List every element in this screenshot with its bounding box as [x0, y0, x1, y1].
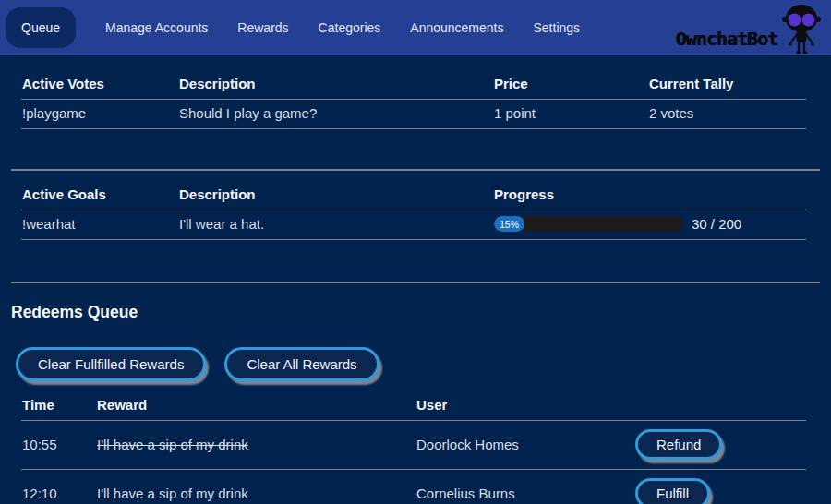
section-divider [11, 169, 820, 171]
votes-header-price: Price [493, 71, 648, 100]
redeems-header-time: Time [21, 392, 96, 421]
redeem-reward-cell: I'll have a sip of my drink [96, 470, 416, 504]
redeems-header-user: User [416, 392, 634, 421]
active-goals-table: Active Goals Description Progress !wearh… [21, 182, 806, 240]
clear-all-rewards-button[interactable]: Clear All Rewards [224, 347, 379, 381]
redeems-header-actions [634, 392, 806, 421]
active-votes-table: Active Votes Description Price Current T… [21, 71, 806, 129]
redeem-time-cell: 12:10 [21, 470, 96, 504]
refund-button[interactable]: Refund [635, 429, 722, 460]
redeem-user-cell: Cornelius Burns [416, 470, 634, 504]
redeems-queue-table: Time Reward User 10:55 I'll have a sip o… [21, 392, 806, 504]
top-navbar: Queue Manage Accounts Rewards Categories… [0, 0, 831, 55]
tab-announcements[interactable]: Announcements [410, 8, 503, 47]
tab-manage-accounts[interactable]: Manage Accounts [105, 8, 208, 47]
robot-mascot-icon [779, 4, 824, 55]
votes-header-description: Description [178, 71, 493, 100]
tab-settings[interactable]: Settings [533, 8, 580, 47]
goal-progress-fill: 15% [494, 216, 524, 232]
redeems-header-reward: Reward [96, 392, 416, 421]
goal-progress-bar: 15% [494, 216, 683, 232]
redeem-user-cell: Doorlock Homes [416, 421, 634, 470]
goal-progress-cell: 15% 30 / 200 [493, 210, 806, 240]
vote-price-cell: 1 point [493, 100, 648, 129]
votes-header-command: Active Votes [21, 71, 178, 100]
logo-wordmark: OwnchatBot [676, 28, 777, 50]
goals-header-description: Description [178, 182, 493, 210]
goals-header-command: Active Goals [21, 182, 178, 210]
redeem-reward-text: I'll have a sip of my drink [97, 486, 248, 501]
redeem-row: 10:55 I'll have a sip of my drink Doorlo… [21, 421, 806, 470]
ownchatbot-logo: OwnchatBot [676, 0, 824, 55]
redeem-action-cell: Refund [634, 421, 806, 470]
section-divider [11, 282, 820, 283]
vote-description-cell: Should I play a game? [178, 100, 493, 129]
redeem-reward-text: I'll have a sip of my drink [97, 437, 248, 452]
tab-categories[interactable]: Categories [319, 8, 381, 47]
nav-tabs: Queue Manage Accounts Rewards Categories… [6, 7, 580, 48]
tab-rewards[interactable]: Rewards [237, 8, 288, 47]
vote-tally-cell: 2 votes [648, 100, 806, 129]
redeem-reward-cell: I'll have a sip of my drink [96, 421, 416, 470]
goal-description-cell: I'll wear a hat. [178, 210, 493, 240]
vote-command-cell: !playgame [21, 100, 178, 129]
votes-header-tally: Current Tally [648, 71, 806, 100]
queue-page: Active Votes Description Price Current T… [0, 71, 831, 504]
goal-row: !wearhat I'll wear a hat. 15% 30 / 200 [21, 210, 806, 240]
redeem-action-cell: Fulfill [634, 470, 806, 504]
tab-queue[interactable]: Queue [6, 7, 76, 48]
goal-progress-count: 30 / 200 [692, 216, 741, 232]
goal-command-cell: !wearhat [21, 210, 178, 240]
redeem-row: 12:10 I'll have a sip of my drink Cornel… [21, 470, 806, 504]
redeems-actions: Clear Fullfilled Rewards Clear All Rewar… [16, 347, 831, 381]
clear-fulfilled-rewards-button[interactable]: Clear Fullfilled Rewards [16, 347, 206, 381]
redeems-queue-heading: Redeems Queue [11, 303, 831, 322]
vote-row: !playgame Should I play a game? 1 point … [21, 100, 806, 129]
redeem-time-cell: 10:55 [21, 421, 96, 470]
fulfill-button[interactable]: Fulfill [635, 478, 710, 504]
goals-header-progress: Progress [493, 182, 806, 210]
